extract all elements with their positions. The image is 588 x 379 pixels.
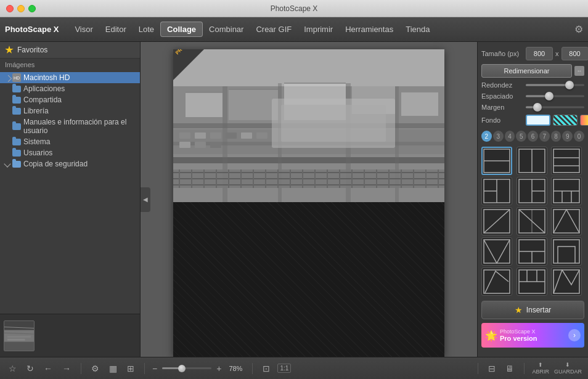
favorites-label: Favoritos [17, 46, 47, 54]
hd-icon: HD [12, 73, 21, 82]
fit-icon[interactable]: ⊡ [260, 362, 272, 375]
fondo-swatch-colorful[interactable] [580, 115, 588, 126]
page-num-9[interactable]: 9 [562, 131, 573, 142]
template-7[interactable] [481, 207, 512, 235]
zoom-slider[interactable] [162, 367, 211, 369]
monitor-icon[interactable]: 🖥 [503, 362, 517, 375]
sidebar-item-compartida[interactable]: Compartida [0, 94, 140, 105]
width-input[interactable] [526, 47, 553, 60]
fullscreen-button[interactable] [28, 5, 36, 12]
template-11[interactable] [517, 237, 547, 266]
collage-canvas[interactable]: PRO [173, 49, 444, 357]
insert-button[interactable]: ★ Insertar [481, 301, 584, 319]
sidebar-collapse-button[interactable]: ◀ [141, 187, 150, 212]
page-icon[interactable]: ⊞ [125, 362, 137, 375]
menu-combinar[interactable]: Combinar [203, 22, 250, 36]
template-12[interactable] [551, 237, 582, 266]
fondo-swatch-pattern[interactable] [553, 115, 578, 126]
page-num-5[interactable]: 5 [516, 131, 526, 142]
fondo-swatches [526, 115, 588, 126]
tree-item-label: Usuarios [23, 149, 52, 157]
star-icon: ★ [515, 305, 523, 315]
sidebar-item-copia[interactable]: Copia de seguridad [0, 158, 140, 169]
close-button[interactable] [6, 5, 14, 12]
bottombar: ☆ ↻ ← → ⚙ ▦ ⊞ − + 78% ⊡ 1:1 ⊟ 🖥 ⬆ ABRIR … [0, 357, 588, 379]
template-6[interactable] [551, 177, 582, 205]
zoom-minus-button[interactable]: − [152, 364, 157, 373]
minimize-button[interactable] [17, 5, 25, 12]
page-num-4[interactable]: 4 [505, 131, 515, 142]
template-2[interactable] [517, 147, 547, 175]
menu-lote[interactable]: Lote [133, 22, 160, 36]
page-num-6[interactable]: 6 [528, 131, 538, 142]
template-13[interactable] [481, 267, 512, 296]
page-num-0[interactable]: 0 [574, 131, 584, 142]
insert-label: Insertar [526, 306, 552, 314]
back-icon[interactable]: ← [41, 362, 55, 375]
template-5[interactable] [517, 177, 547, 205]
height-input[interactable] [561, 47, 589, 60]
forward-icon[interactable]: → [60, 362, 73, 375]
svg-rect-55 [241, 132, 252, 139]
actual-size-icon[interactable]: 1:1 [277, 364, 291, 373]
menu-crear-gif[interactable]: Crear GIF [250, 22, 298, 36]
template-14[interactable] [517, 267, 547, 296]
zoom-plus-button[interactable]: + [216, 364, 221, 373]
menu-tienda[interactable]: Tienda [399, 22, 436, 36]
template-9[interactable] [551, 207, 582, 235]
abrir-button[interactable]: ⬆ ABRIR [532, 362, 549, 375]
compare-icon[interactable]: ⊟ [486, 362, 498, 375]
canvas-bottom-empty[interactable] [173, 202, 444, 357]
svg-rect-54 [226, 132, 237, 139]
page-num-3[interactable]: 3 [493, 131, 504, 142]
star-bottom-icon[interactable]: ☆ [6, 362, 19, 375]
fondo-label: Fondo [481, 116, 523, 124]
sidebar-item-aplicaciones[interactable]: Aplicaciones [0, 83, 140, 94]
sidebar-item-libreria[interactable]: Librería [0, 105, 140, 116]
pro-banner-text: Pro version [500, 335, 537, 342]
settings-icon[interactable]: ⚙ [89, 362, 102, 375]
resize-button[interactable]: Redimensionar [481, 64, 572, 78]
margen-slider[interactable] [526, 104, 584, 111]
size-label: Tamaño (px) [481, 50, 523, 57]
aerial-photo-svg [173, 49, 444, 202]
guardar-button[interactable]: ⬇ GUARDAR [554, 362, 582, 375]
canvas-top-photo[interactable] [173, 49, 444, 202]
template-8[interactable] [517, 207, 547, 235]
menu-imprimir[interactable]: Imprimir [298, 22, 339, 36]
save-icon: ⬇ [565, 362, 570, 368]
espaciado-slider[interactable] [526, 92, 584, 100]
template-10[interactable] [481, 237, 512, 266]
pro-banner[interactable]: 🌟 PhotoScape X Pro version › [481, 323, 584, 348]
svg-rect-84 [553, 210, 579, 233]
menu-visor[interactable]: Visor [68, 22, 99, 36]
tree-item-label: Copia de seguridad [23, 160, 88, 168]
zoom-label: 78% [229, 365, 242, 372]
template-15[interactable] [551, 267, 582, 296]
sidebar-item-usuarios[interactable]: Usuarios [0, 147, 140, 158]
page-num-8[interactable]: 8 [551, 131, 561, 142]
sidebar-item-sistema[interactable]: Sistema [0, 136, 140, 147]
redondez-slider[interactable] [526, 81, 584, 89]
menu-collage[interactable]: Collage [160, 22, 203, 37]
template-4[interactable] [481, 177, 512, 205]
menu-herramientas[interactable]: Herramientas [339, 22, 399, 36]
template-3[interactable] [551, 147, 582, 175]
gear-icon[interactable]: ⚙ [574, 23, 583, 35]
page-num-2[interactable]: 2 [481, 131, 492, 142]
sidebar-item-macintosh-hd[interactable]: HD Macintosh HD [0, 72, 140, 83]
grid-icon[interactable]: ▦ [107, 362, 120, 375]
tree-item-label: Manuales e información para el usuario [23, 118, 136, 135]
page-num-7[interactable]: 7 [539, 131, 550, 142]
template-1[interactable] [481, 147, 512, 175]
menu-editor[interactable]: Editor [99, 22, 133, 36]
fondo-swatch-white[interactable] [526, 115, 550, 126]
folder-icon [12, 150, 21, 157]
sidebar-item-manuales[interactable]: Manuales e información para el usuario [0, 116, 140, 136]
pro-arrow-icon[interactable]: › [568, 329, 581, 341]
svg-rect-66 [553, 149, 579, 173]
refresh-icon[interactable]: ↻ [24, 362, 36, 375]
app-logo: PhotoScape X [5, 25, 59, 34]
guardar-label: GUARDAR [554, 369, 582, 375]
separator-3 [252, 363, 253, 374]
